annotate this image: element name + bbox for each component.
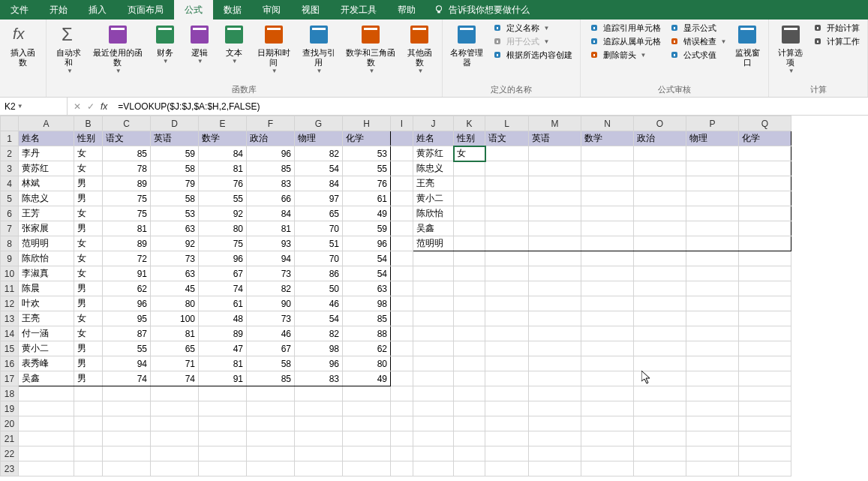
cell-A12[interactable]: 叶欢 (19, 296, 74, 311)
cell-I3[interactable] (391, 161, 413, 176)
col-header-B[interactable]: B (74, 116, 103, 131)
cell-O8[interactable] (634, 236, 686, 251)
col-header-K[interactable]: K (454, 116, 485, 131)
cell-C1[interactable]: 语文 (103, 131, 151, 146)
cell-P9[interactable] (686, 251, 739, 266)
cell-O19[interactable] (634, 401, 686, 416)
cell-G17[interactable]: 83 (295, 371, 343, 386)
cell-I19[interactable] (391, 401, 413, 416)
cell-C21[interactable] (103, 431, 151, 446)
cell-F14[interactable]: 46 (247, 326, 295, 341)
ribbon-计算工作-button[interactable]: 计算工作 (809, 35, 863, 48)
cell-P1[interactable]: 物理 (686, 131, 739, 146)
cell-C23[interactable] (103, 461, 151, 476)
cell-C9[interactable]: 72 (103, 251, 151, 266)
cell-N16[interactable] (581, 356, 634, 371)
cell-O12[interactable] (634, 296, 686, 311)
cell-J18[interactable] (413, 386, 454, 401)
cell-D5[interactable]: 58 (151, 191, 199, 206)
cell-E1[interactable]: 数学 (199, 131, 247, 146)
cell-E20[interactable] (199, 416, 247, 431)
cell-P7[interactable] (686, 221, 739, 236)
cell-Q22[interactable] (739, 446, 791, 461)
cell-I7[interactable] (391, 221, 413, 236)
cell-I5[interactable] (391, 191, 413, 206)
cell-K21[interactable] (454, 431, 485, 446)
cell-H5[interactable]: 61 (343, 191, 391, 206)
col-header-F[interactable]: F (247, 116, 295, 131)
cell-M4[interactable] (529, 176, 581, 191)
cell-P14[interactable] (686, 326, 739, 341)
cell-L2[interactable] (485, 146, 529, 161)
cell-J3[interactable]: 陈忠义 (413, 161, 454, 176)
cell-Q19[interactable] (739, 401, 791, 416)
cell-G11[interactable]: 50 (295, 281, 343, 296)
cell-H22[interactable] (343, 446, 391, 461)
ribbon-自动求和-button[interactable]: Σ自动求和▼ (51, 21, 87, 77)
cell-N15[interactable] (581, 341, 634, 356)
cell-M8[interactable] (529, 236, 581, 251)
cell-I17[interactable] (391, 371, 413, 386)
row-header-3[interactable]: 3 (1, 161, 19, 176)
cell-L12[interactable] (485, 296, 529, 311)
cell-G13[interactable]: 54 (295, 311, 343, 326)
cell-M16[interactable] (529, 356, 581, 371)
cell-J20[interactable] (413, 416, 454, 431)
cell-P16[interactable] (686, 356, 739, 371)
cell-E3[interactable]: 81 (199, 161, 247, 176)
cell-C2[interactable]: 85 (103, 146, 151, 161)
cell-P5[interactable] (686, 191, 739, 206)
ribbon-tab-帮助[interactable]: 帮助 (387, 0, 426, 20)
cell-P22[interactable] (686, 446, 739, 461)
ribbon-文本-button[interactable]: 文本▼ (218, 21, 251, 67)
cell-C7[interactable]: 81 (103, 221, 151, 236)
cell-M9[interactable] (529, 251, 581, 266)
cell-D14[interactable]: 81 (151, 326, 199, 341)
cell-B19[interactable] (74, 401, 103, 416)
ribbon-tab-文件[interactable]: 文件 (0, 0, 39, 20)
cell-A6[interactable]: 王芳 (19, 206, 74, 221)
cell-K13[interactable] (454, 311, 485, 326)
cell-M21[interactable] (529, 431, 581, 446)
cell-A15[interactable]: 黄小二 (19, 341, 74, 356)
cell-F5[interactable]: 66 (247, 191, 295, 206)
cell-L18[interactable] (485, 386, 529, 401)
cell-L9[interactable] (485, 251, 529, 266)
cell-E8[interactable]: 75 (199, 236, 247, 251)
cell-M5[interactable] (529, 191, 581, 206)
cell-A9[interactable]: 陈欣怡 (19, 251, 74, 266)
cell-A21[interactable] (19, 431, 74, 446)
cell-H9[interactable]: 54 (343, 251, 391, 266)
cell-K18[interactable] (454, 386, 485, 401)
cell-L4[interactable] (485, 176, 529, 191)
cell-E11[interactable]: 74 (199, 281, 247, 296)
cell-K1[interactable]: 性别 (454, 131, 485, 146)
cell-F18[interactable] (247, 386, 295, 401)
cell-Q18[interactable] (739, 386, 791, 401)
col-header-G[interactable]: G (295, 116, 343, 131)
cell-E13[interactable]: 48 (199, 311, 247, 326)
ribbon-tab-开始[interactable]: 开始 (39, 0, 78, 20)
cell-F2[interactable]: 96 (247, 146, 295, 161)
cell-F13[interactable]: 73 (247, 311, 295, 326)
cell-Q2[interactable] (739, 146, 791, 161)
col-header-E[interactable]: E (199, 116, 247, 131)
cell-K8[interactable] (454, 236, 485, 251)
cell-B14[interactable]: 女 (74, 326, 103, 341)
cell-J6[interactable]: 陈欣怡 (413, 206, 454, 221)
cell-L23[interactable] (485, 461, 529, 476)
row-header-18[interactable]: 18 (1, 386, 19, 401)
cell-I20[interactable] (391, 416, 413, 431)
cell-K9[interactable] (454, 251, 485, 266)
cell-F15[interactable]: 67 (247, 341, 295, 356)
select-all-corner[interactable] (1, 116, 19, 131)
cell-Q7[interactable] (739, 221, 791, 236)
ribbon-最近使用的函数-button[interactable]: 最近使用的函数▼ (89, 21, 147, 77)
cell-D18[interactable] (151, 386, 199, 401)
cell-K7[interactable] (454, 221, 485, 236)
cell-C14[interactable]: 87 (103, 326, 151, 341)
row-header-13[interactable]: 13 (1, 311, 19, 326)
cell-N2[interactable] (581, 146, 634, 161)
cell-Q23[interactable] (739, 461, 791, 476)
cell-E5[interactable]: 55 (199, 191, 247, 206)
